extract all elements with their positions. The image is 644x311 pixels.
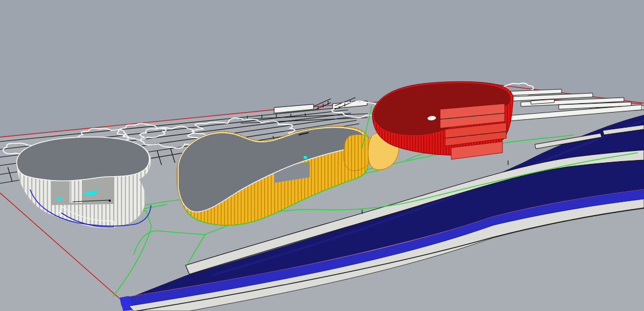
door-pivot <box>109 200 111 202</box>
cad-viewport[interactable] <box>0 0 644 311</box>
cyan-marker <box>304 156 307 159</box>
scene-canvas[interactable] <box>0 0 644 311</box>
white-pavilion-roof <box>17 137 149 181</box>
